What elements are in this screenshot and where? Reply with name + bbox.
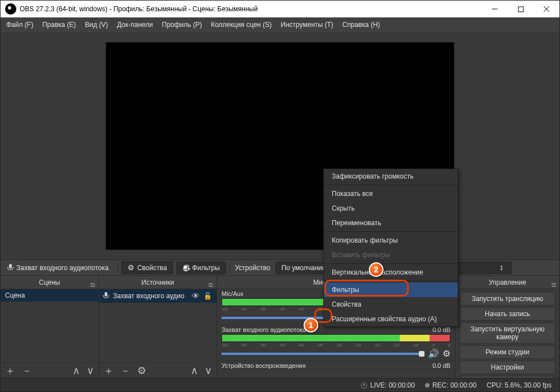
close-button[interactable]	[534, 1, 559, 17]
live-status: LIVE: 00:00:00	[361, 381, 414, 389]
sources-panel: Источники⧉ Захват входного аудио 👁 🔓 ＋ －…	[99, 276, 217, 378]
menu-dock[interactable]: Док-панели	[112, 19, 157, 31]
sources-footer: ＋ － ⚙ ∧ ∨	[99, 362, 216, 378]
menu-tools[interactable]: Инструменты (T)	[276, 19, 337, 31]
gear-icon: ⚙	[128, 263, 134, 272]
sources-title: Источники	[142, 279, 174, 286]
obs-logo-icon	[5, 3, 16, 15]
properties-label: Свойства	[137, 264, 167, 272]
scenes-title: Сцены	[39, 279, 60, 286]
scene-item-label: Сцена	[5, 291, 25, 299]
controls-panel: Управление⧉ Запустить трансляцию Начать …	[455, 276, 559, 378]
scenes-footer: ＋ － ∧ ∨	[1, 362, 98, 378]
menubar: Файл (F) Правка (E) Вид (V) Док-панели П…	[1, 17, 559, 32]
track-name: Mic/Aux	[222, 290, 243, 297]
annotation-badge-1: 1	[304, 318, 318, 332]
track-gear-icon[interactable]: ⚙	[442, 348, 450, 359]
volume-slider[interactable]	[222, 353, 424, 355]
studio-mode-button[interactable]: Режим студии	[460, 345, 555, 359]
mixer-track: Захват входного аудиопотока0.0 dB -60-55…	[217, 325, 455, 361]
track-name: Захват входного аудиопотока	[222, 326, 306, 333]
filters-button[interactable]: Фильтры	[177, 262, 226, 274]
chevron-up-down-icon: ▴▾	[498, 265, 505, 271]
level-meter	[222, 334, 450, 342]
remove-scene-button[interactable]: －	[22, 366, 32, 376]
menu-profile[interactable]: Профиль (P)	[157, 19, 206, 31]
device-label: Устройство	[232, 264, 274, 272]
microphone-icon	[103, 292, 109, 300]
cpu-status: CPU: 5.6%, 30.00 fps	[487, 381, 552, 389]
menu-file[interactable]: Файл (F)	[2, 19, 38, 31]
scene-up-button[interactable]: ∧	[73, 366, 80, 376]
remove-source-button[interactable]: －	[120, 366, 130, 376]
window-title: OBS 27.2.3 (64-bit, windows) - Профиль: …	[20, 5, 482, 13]
scene-item[interactable]: Сцена	[1, 289, 98, 302]
source-item-label: Захват входного аудио	[113, 292, 184, 300]
maximize-button[interactable]	[508, 1, 534, 17]
selected-source-label: Захват входного аудиопотока	[16, 264, 109, 272]
menu-vertical-layout[interactable]: Вертикальное расположение	[324, 265, 458, 280]
start-vcam-button[interactable]: Запустить виртуальную камеру	[460, 322, 555, 344]
menu-view[interactable]: Вид (V)	[80, 19, 112, 31]
menu-lock-volume[interactable]: Зафиксировать громкость	[324, 169, 458, 184]
live-indicator-icon	[361, 382, 367, 389]
track-name: Устройство воспроизведения	[222, 362, 306, 369]
menu-filters[interactable]: Фильтры	[324, 282, 458, 297]
rec-indicator-icon	[425, 383, 430, 388]
menu-hide[interactable]: Скрыть	[324, 201, 458, 216]
settings-button[interactable]: Настройки	[460, 361, 555, 374]
microphone-icon	[8, 264, 13, 272]
rec-status: REC: 00:00:00	[425, 381, 477, 389]
source-settings-button[interactable]: ⚙	[137, 366, 146, 376]
preview-area[interactable]	[1, 32, 559, 259]
source-toolbar: Захват входного аудиопотока ⚙Свойства Фи…	[1, 259, 559, 275]
source-down-button[interactable]: ∨	[205, 366, 212, 376]
lock-toggle-icon[interactable]: 🔓	[204, 292, 212, 300]
menu-rename[interactable]: Переименовать	[324, 216, 458, 230]
minimize-button[interactable]	[482, 1, 508, 17]
track-db: 0.0 dB	[432, 326, 450, 333]
visibility-toggle-icon[interactable]: 👁	[192, 291, 200, 300]
meter-scale: -60-55-50-45-40-35-30-25-20-15-10-50	[222, 343, 450, 348]
start-stream-button[interactable]: Запустить трансляцию	[460, 292, 555, 306]
properties-button[interactable]: ⚙Свойства	[121, 261, 173, 274]
svg-rect-1	[518, 7, 523, 12]
source-item[interactable]: Захват входного аудио 👁 🔓	[99, 289, 216, 303]
filters-label: Фильтры	[192, 264, 220, 272]
add-source-button[interactable]: ＋	[103, 366, 114, 376]
annotation-badge-2: 2	[369, 262, 383, 277]
source-up-button[interactable]: ∧	[191, 366, 198, 376]
menu-adv-audio[interactable]: Расширенные свойства аудио (A)	[324, 312, 458, 326]
statusbar: LIVE: 00:00:00 REC: 00:00:00 CPU: 5.6%, …	[1, 378, 559, 391]
context-menu: Зафиксировать громкость Показать все Скр…	[323, 168, 458, 327]
speaker-icon[interactable]: 🔊	[428, 348, 439, 359]
exit-button[interactable]: Выход	[460, 376, 555, 378]
menu-show-all[interactable]: Показать все	[324, 186, 458, 201]
device-value: По умолчанию	[282, 264, 327, 272]
controls-title: Управление	[489, 279, 526, 286]
mixer-track: Устройство воспроизведения0.0 dB	[217, 361, 455, 370]
menu-scene-collection[interactable]: Коллекция сцен (S)	[206, 19, 276, 31]
filters-icon	[183, 265, 189, 271]
menu-help[interactable]: Справка (H)	[338, 19, 385, 31]
start-record-button[interactable]: Начать запись	[460, 307, 555, 321]
scenes-panel: Сцены⧉ Сцена ＋ － ∧ ∨	[1, 276, 99, 378]
menu-paste-filters: Вставить фильтры	[324, 248, 458, 262]
add-scene-button[interactable]: ＋	[5, 366, 15, 376]
menu-properties[interactable]: Свойства	[324, 297, 458, 312]
menu-edit[interactable]: Правка (E)	[38, 19, 80, 31]
scene-down-button[interactable]: ∨	[87, 366, 94, 376]
track-db: 0.0 dB	[432, 362, 450, 369]
titlebar: OBS 27.2.3 (64-bit, windows) - Профиль: …	[1, 1, 559, 17]
menu-copy-filters[interactable]: Копировать фильтры	[324, 233, 458, 248]
